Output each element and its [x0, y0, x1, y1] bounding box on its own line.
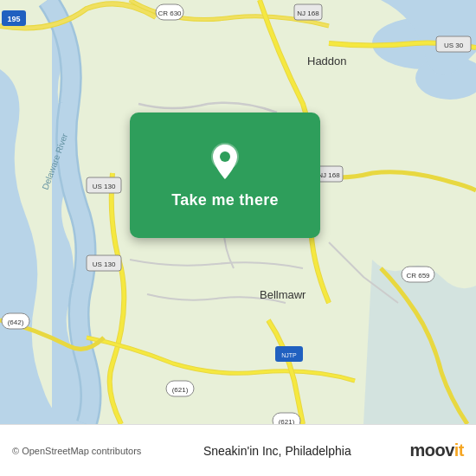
- svg-text:Bellmawr: Bellmawr: [260, 288, 306, 301]
- svg-text:US 130: US 130: [93, 183, 116, 190]
- svg-text:(642): (642): [8, 318, 24, 326]
- svg-text:195: 195: [7, 15, 20, 23]
- svg-text:US 30: US 30: [444, 42, 464, 49]
- svg-text:(621): (621): [172, 386, 189, 394]
- svg-text:NJ 168: NJ 168: [297, 10, 319, 17]
- svg-text:US 130: US 130: [93, 261, 116, 268]
- moovit-logo: moovit: [409, 441, 464, 460]
- business-name: Sneakin'in Inc, Philadelphia: [145, 444, 409, 458]
- bottom-bar: © OpenStreetMap contributors Sneakin'in …: [0, 424, 476, 476]
- svg-text:NJTP: NJTP: [281, 352, 297, 358]
- svg-point-31: [220, 151, 230, 162]
- svg-text:CR 659: CR 659: [406, 272, 430, 280]
- svg-text:CR 630: CR 630: [158, 10, 182, 17]
- svg-text:NJ 168: NJ 168: [318, 171, 340, 179]
- take-me-there-button[interactable]: Take me there: [130, 113, 320, 238]
- svg-text:Haddon: Haddon: [307, 55, 347, 68]
- map-view: 195 CR 630 NJ 168 US 30 NJ 168 US 130 US…: [0, 0, 476, 424]
- copyright-text: © OpenStreetMap contributors: [12, 446, 145, 456]
- svg-text:(621): (621): [279, 418, 295, 424]
- location-pin-icon: [204, 141, 246, 183]
- take-me-there-label: Take me there: [171, 191, 279, 209]
